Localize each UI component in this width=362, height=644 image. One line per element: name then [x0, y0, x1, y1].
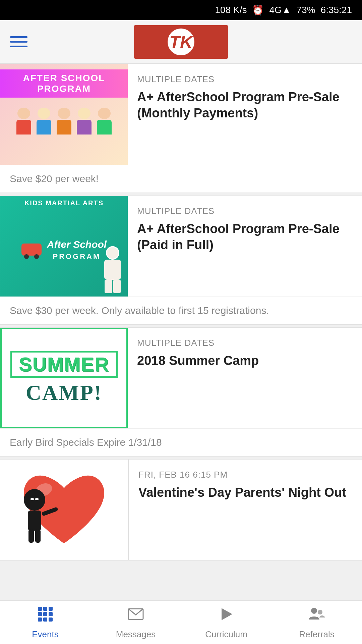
logo-container: TK	[134, 25, 228, 59]
svg-rect-2	[31, 498, 34, 500]
status-alarm: ⏰	[252, 5, 264, 16]
curriculum-icon	[218, 605, 235, 627]
event-date-label: MULTIPLE DATES	[137, 206, 352, 216]
status-battery: 73%	[297, 5, 315, 15]
event-card-afterschool-fullpay[interactable]: KIDS MARTIAL ARTS After School PROGRAM	[0, 196, 362, 325]
svg-rect-6	[35, 529, 41, 543]
svg-rect-12	[43, 612, 47, 616]
status-network: 4G▲	[269, 5, 291, 15]
summer-text: SUMMER	[10, 351, 118, 378]
svg-point-20	[318, 610, 322, 614]
event-description-summer-camp: Early Bird Specials Expire 1/31/18	[0, 428, 362, 456]
svg-rect-9	[43, 607, 47, 611]
events-icon	[37, 605, 54, 627]
nav-curriculum-label: Curriculum	[205, 629, 247, 640]
nav-referrals[interactable]: Referrals	[272, 602, 362, 643]
event-title: Valentine's Day Parents' Night Out	[138, 485, 352, 501]
event-date-label: MULTIPLE DATES	[137, 74, 352, 85]
svg-rect-5	[28, 529, 34, 543]
svg-rect-8	[38, 607, 42, 611]
nav-messages-label: Messages	[116, 629, 156, 640]
event-card-summer-camp[interactable]: SUMMER CAMP! MULTIPLE DATES 2018 Summer …	[0, 327, 362, 457]
svg-rect-13	[49, 612, 53, 616]
afterschool-banner-text: AFTER SCHOOL PROGRAM	[0, 69, 128, 98]
event-info-afterschool-fullpay: MULTIPLE DATES A+ AfterSchool Program Pr…	[128, 196, 362, 297]
svg-rect-16	[49, 618, 53, 622]
event-image-afterschool-monthly: AFTER SCHOOL PROGRAM	[0, 64, 128, 165]
svg-rect-11	[38, 612, 42, 616]
camp-text: CAMP!	[26, 380, 102, 405]
event-info-afterschool-monthly: MULTIPLE DATES A+ AfterSchool Program Pr…	[128, 64, 362, 165]
logo-text: TK	[169, 32, 192, 52]
logo-circle: TK	[168, 29, 194, 55]
event-card-valentines[interactable]: Fri, Feb 16 6:15 PM Valentine's Day Pare…	[0, 459, 362, 560]
event-description-afterschool-monthly: Save $20 per week!	[0, 165, 362, 193]
karate-child	[104, 246, 121, 293]
nav-messages[interactable]: Messages	[90, 602, 181, 643]
event-image-afterschool-fullpay: KIDS MARTIAL ARTS After School PROGRAM	[0, 196, 128, 297]
header: TK	[0, 20, 362, 64]
summer-camp-graphic: SUMMER CAMP!	[10, 351, 118, 405]
nav-events[interactable]: Events	[0, 602, 90, 643]
hamburger-menu[interactable]	[10, 36, 27, 47]
event-info-valentines: Fri, Feb 16 6:15 PM Valentine's Day Pare…	[129, 460, 362, 560]
svg-rect-4	[28, 511, 41, 531]
messages-icon	[127, 605, 144, 627]
svg-rect-14	[38, 618, 42, 622]
event-image-valentines	[0, 460, 128, 560]
event-info-summer-camp: MULTIPLE DATES 2018 Summer Camp	[128, 328, 362, 428]
svg-marker-18	[222, 608, 232, 620]
event-description-afterschool-fullpay: Save $30 per week. Only available to fir…	[0, 297, 362, 324]
app-logo: TK	[134, 25, 228, 59]
event-title: 2018 Summer Camp	[137, 353, 352, 369]
martial-arts-text: After School PROGRAM	[47, 237, 107, 262]
status-bar: 108 K/s ⏰ 4G▲ 73% 6:35:21	[0, 0, 362, 20]
nav-referrals-label: Referrals	[299, 629, 334, 640]
martial-arts-label: KIDS MARTIAL ARTS	[0, 199, 128, 207]
svg-point-19	[311, 608, 317, 614]
nav-events-label: Events	[32, 629, 59, 640]
referrals-icon	[308, 605, 325, 627]
event-card-afterschool-monthly[interactable]: AFTER SCHOOL PROGRAM	[0, 64, 362, 193]
event-title: A+ AfterSchool Program Pre-Sale (Monthly…	[137, 89, 352, 121]
children-figures	[15, 94, 113, 135]
svg-rect-3	[35, 498, 39, 500]
event-image-summer-camp: SUMMER CAMP!	[0, 328, 128, 428]
bottom-nav: Events Messages Curriculum Refer	[0, 600, 362, 644]
event-date-label: MULTIPLE DATES	[137, 338, 352, 348]
svg-rect-10	[49, 607, 53, 611]
status-time: 6:35:21	[321, 5, 352, 15]
event-title: A+ AfterSchool Program Pre-Sale (Paid in…	[137, 221, 352, 253]
svg-rect-15	[43, 618, 47, 622]
valentines-graphic	[10, 463, 118, 557]
event-list: AFTER SCHOOL PROGRAM	[0, 64, 362, 560]
nav-curriculum[interactable]: Curriculum	[181, 602, 272, 643]
event-date-label: Fri, Feb 16 6:15 PM	[138, 470, 352, 480]
status-speed: 108 K/s	[215, 5, 247, 15]
svg-point-1	[24, 489, 45, 511]
